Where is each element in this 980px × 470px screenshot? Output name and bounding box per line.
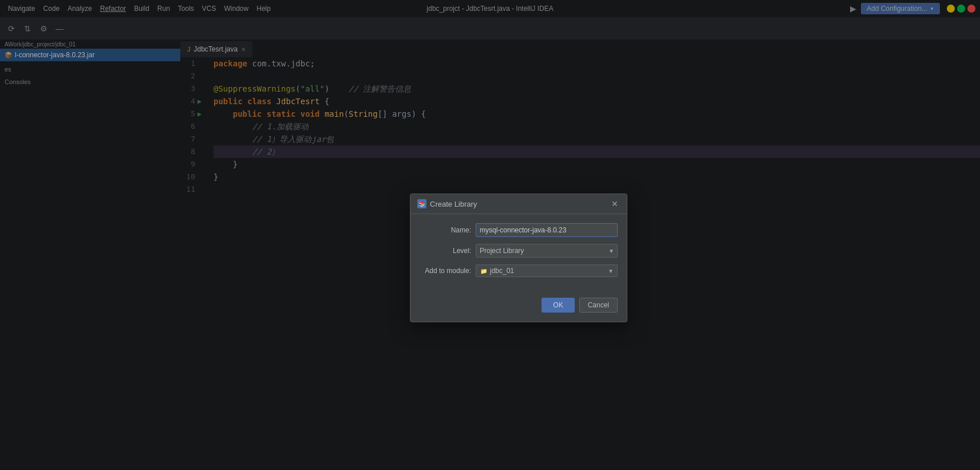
dialog-title-bar: 📚 Create Library ✕ xyxy=(410,194,627,214)
module-dropdown-arrow: ▼ xyxy=(608,268,614,274)
module-name: jdbc_01 xyxy=(490,267,606,275)
level-select[interactable]: Project Library Global Library Module Li… xyxy=(476,244,618,258)
level-label: Level: xyxy=(420,247,471,255)
level-select-container: Project Library Global Library Module Li… xyxy=(476,244,618,258)
create-library-dialog: 📚 Create Library ✕ Name: Level: Project … xyxy=(410,193,627,322)
dialog-close-button[interactable]: ✕ xyxy=(610,199,620,209)
dialog-footer: OK Cancel xyxy=(410,293,627,322)
level-form-row: Level: Project Library Global Library Mo… xyxy=(420,244,618,258)
cancel-button[interactable]: Cancel xyxy=(579,298,618,313)
dialog-body: Name: Level: Project Library Global Libr… xyxy=(410,214,627,293)
module-label: Add to module: xyxy=(420,267,471,275)
name-label: Name: xyxy=(420,226,471,234)
dialog-title: 📚 Create Library xyxy=(417,199,477,208)
dialog-icon: 📚 xyxy=(417,199,426,208)
dialog-overlay: 📚 Create Library ✕ Name: Level: Project … xyxy=(0,0,980,470)
dialog-title-text: Create Library xyxy=(430,200,477,208)
name-form-row: Name: xyxy=(420,223,618,237)
module-icon: 📁 xyxy=(480,267,488,275)
module-form-row: Add to module: 📁 jdbc_01 ▼ xyxy=(420,264,618,277)
module-select[interactable]: 📁 jdbc_01 ▼ xyxy=(476,264,618,277)
name-input[interactable] xyxy=(476,223,618,237)
ok-button[interactable]: OK xyxy=(542,298,574,313)
